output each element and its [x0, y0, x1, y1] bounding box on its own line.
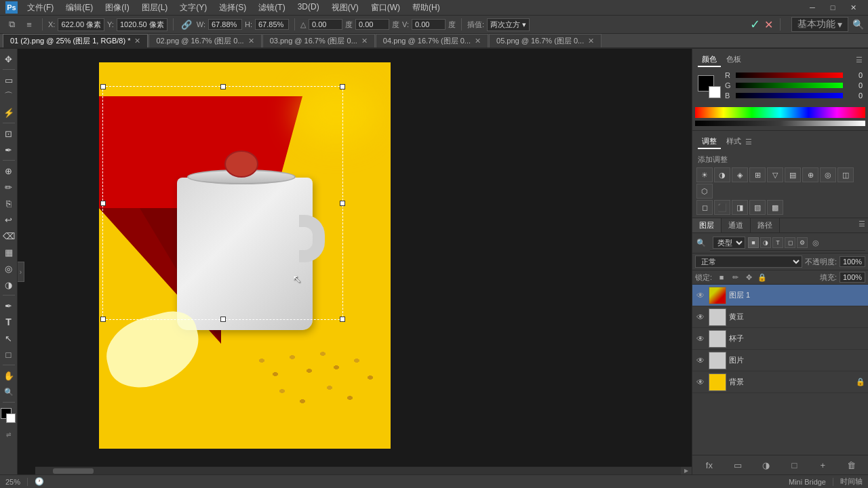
layer-4-visibility[interactable]: 👁: [695, 355, 706, 366]
tab-4[interactable]: 04.png @ 16.7% (图层 0... ✕: [376, 34, 488, 47]
h-value[interactable]: 67.85%: [255, 19, 289, 30]
menu-3d[interactable]: 3D(D): [292, 1, 325, 15]
menu-view[interactable]: 视图(V): [326, 1, 364, 15]
menu-text[interactable]: 文字(Y): [174, 1, 212, 15]
zoom-level[interactable]: 25%: [5, 478, 20, 486]
swap-colors-icon[interactable]: ⇌: [6, 431, 12, 438]
hue-saturation-btn[interactable]: ▤: [785, 167, 801, 182]
fill-value[interactable]: 100%: [840, 272, 865, 283]
layer-1-visibility[interactable]: 👁: [695, 290, 706, 301]
swatches-tab[interactable]: 色板: [722, 53, 745, 67]
interpolation-dropdown[interactable]: 两次立方▾: [487, 18, 530, 31]
mini-bridge-label[interactable]: Mini Bridge: [789, 478, 826, 486]
blend-mode-select[interactable]: 正常: [695, 256, 802, 268]
exposure-btn[interactable]: ⊞: [749, 167, 766, 182]
rotation-v-value[interactable]: 0.00: [412, 19, 446, 30]
layer-item-1[interactable]: 👁 图层 1: [692, 285, 868, 306]
lock-pixels-btn[interactable]: ■: [716, 272, 727, 283]
background-swatch[interactable]: [709, 86, 721, 98]
channels-tab[interactable]: 通道: [722, 218, 751, 232]
new-group-btn[interactable]: □: [787, 458, 801, 472]
brightness-contrast-btn[interactable]: ☀: [696, 167, 713, 182]
curves-btn[interactable]: ◈: [732, 167, 748, 182]
maximize-button[interactable]: □: [823, 1, 842, 14]
y-value[interactable]: 1020.50 像素: [117, 18, 167, 31]
rotation-h-value[interactable]: 0.00: [355, 19, 389, 30]
link-icon[interactable]: 🔗: [179, 20, 194, 30]
w-value[interactable]: 67.88%: [208, 19, 242, 30]
canvas-area[interactable]: ›: [18, 49, 692, 474]
menu-file[interactable]: 文件(F): [22, 1, 59, 15]
zoom-tool[interactable]: 🔍: [1, 384, 16, 399]
photo-filter-btn[interactable]: ◫: [837, 167, 854, 182]
b-slider[interactable]: [736, 93, 843, 98]
bw-btn[interactable]: ◎: [820, 167, 836, 182]
color-spectrum-bar[interactable]: [695, 121, 865, 126]
filter-pixel-btn[interactable]: ■: [748, 237, 759, 248]
levels-btn[interactable]: ◑: [714, 167, 730, 182]
r-value[interactable]: 0: [846, 71, 863, 79]
x-value[interactable]: 622.00 像素: [58, 18, 104, 31]
color-balance-btn[interactable]: ⊕: [802, 167, 818, 182]
layer-5-visibility[interactable]: 👁: [695, 377, 706, 388]
layer-3-visibility[interactable]: 👁: [695, 333, 706, 344]
menu-window[interactable]: 窗口(W): [366, 1, 406, 15]
threshold-btn[interactable]: ◨: [732, 200, 748, 215]
lasso-tool[interactable]: ⌒: [1, 89, 16, 104]
layers-filter-type[interactable]: 类型: [713, 237, 745, 249]
add-adjustment-layer-btn[interactable]: ◑: [760, 458, 773, 472]
color-spectrum[interactable]: [695, 107, 865, 118]
eraser-tool[interactable]: ⌫: [1, 228, 16, 243]
lock-position-btn[interactable]: ✥: [743, 272, 754, 283]
horizontal-scroll-thumb[interactable]: [53, 468, 94, 474]
selective-color-btn[interactable]: ▩: [767, 200, 783, 215]
eyedropper-tool[interactable]: ✒: [1, 142, 16, 157]
menu-filter[interactable]: 滤镜(T): [253, 1, 290, 15]
paths-tab[interactable]: 路径: [751, 218, 780, 232]
workspace-dropdown[interactable]: 基本功能▾: [791, 17, 848, 32]
filter-shape-btn[interactable]: ◻: [785, 237, 795, 248]
filter-text-btn[interactable]: T: [772, 237, 783, 248]
add-mask-btn[interactable]: ▭: [731, 458, 745, 472]
heal-brush-tool[interactable]: ⊕: [1, 163, 16, 178]
layer-item-3[interactable]: 👁 杯子: [692, 328, 868, 350]
marquee-tool[interactable]: ▭: [1, 73, 16, 87]
color-tab[interactable]: 颜色: [698, 53, 721, 67]
minimize-button[interactable]: ─: [803, 1, 822, 14]
adj-panel-menu[interactable]: ☰: [745, 138, 752, 146]
filter-smart-btn[interactable]: ⚙: [797, 237, 808, 248]
opacity-value[interactable]: 100%: [840, 256, 865, 267]
menu-image[interactable]: 图像(I): [100, 1, 134, 15]
shape-tool[interactable]: □: [1, 347, 16, 362]
text-tool[interactable]: T: [1, 314, 16, 329]
filter-toggle[interactable]: ◎: [810, 237, 821, 248]
scroll-right-btn[interactable]: ▶: [681, 467, 692, 475]
channel-mixer-btn[interactable]: ⬡: [696, 184, 713, 199]
quick-select-tool[interactable]: ⚡: [1, 105, 16, 120]
adjustments-tab[interactable]: 调整: [698, 135, 721, 149]
layer-item-4[interactable]: 👁 图片: [692, 350, 868, 371]
layers-panel-menu[interactable]: ☰: [856, 218, 868, 232]
transform-cancel-icon[interactable]: ✕: [764, 18, 773, 31]
rotation-value[interactable]: 0.00: [309, 19, 342, 30]
tab-3[interactable]: 03.png @ 16.7% (图层 0... ✕: [262, 34, 375, 47]
crop-tool[interactable]: ⊡: [1, 126, 16, 141]
color-picker[interactable]: [1, 408, 17, 428]
color-swatches[interactable]: [698, 75, 721, 98]
move-tool[interactable]: ✥: [1, 52, 16, 66]
new-layer-btn[interactable]: +: [816, 458, 829, 472]
filter-adjustment-btn[interactable]: ◑: [760, 237, 771, 248]
invert-btn[interactable]: ◻: [696, 200, 713, 215]
layers-tab[interactable]: 图层: [692, 218, 722, 232]
tab-3-close[interactable]: ✕: [361, 37, 368, 45]
close-button[interactable]: ✕: [844, 1, 863, 14]
vibrance-btn[interactable]: ▽: [767, 167, 783, 182]
search-icon[interactable]: 🔍: [852, 19, 864, 30]
clone-stamp-tool[interactable]: ⎘: [1, 196, 16, 211]
path-selection-tool[interactable]: ↖: [1, 331, 16, 346]
blur-tool[interactable]: ◎: [1, 261, 16, 276]
lock-all-btn[interactable]: 🔒: [757, 272, 768, 283]
g-slider[interactable]: [736, 83, 843, 88]
tab-1-close[interactable]: ✕: [134, 37, 140, 45]
delete-layer-btn[interactable]: 🗑: [844, 458, 858, 472]
